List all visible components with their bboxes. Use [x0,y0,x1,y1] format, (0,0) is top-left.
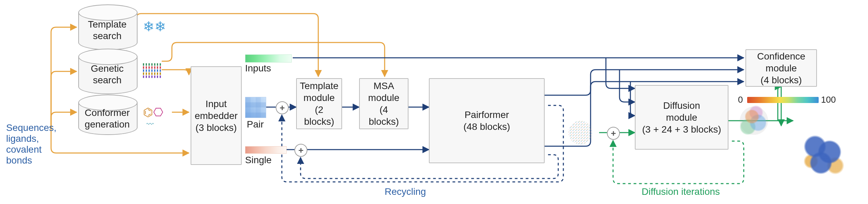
inputs-representation-label: Inputs [245,63,271,74]
ligand-molecule-icon: ⌬⎔ 〰︎ [143,105,163,132]
block-confidence-module: Confidence module (4 blocks) [745,49,817,87]
msa-alignment-icon: ▮▮▮▮▮▮▮ ▮▮▮▮▮▮▮ ▮▮▮▮▮▮▮ ▮▮▮▮▮▮▮ ▮▮▮▮▮▮▮ [142,63,162,78]
cylinder-conformer-generation-label: Conformer generation [78,107,136,130]
single-recycle-add-icon: + [294,144,307,157]
pair-representation-label: Pair [247,119,264,130]
block-template-module: Template module (2 blocks) [296,78,342,129]
predicted-structure-icon [734,100,774,141]
single-representation-label: Single [245,155,272,166]
output-protein-structure-icon [795,128,853,182]
diagram-canvas: { "input_label": "Sequences,\nligands,\n… [0,0,868,204]
diffusion-add-icon: + [607,127,620,140]
single-representation-icon [245,146,287,154]
pair-representation-icon [245,97,266,118]
block-input-embedder: Input embedder (3 blocks) [191,66,242,165]
cylinder-template-search: Template search [78,12,138,52]
cylinder-template-search-label: Template search [78,19,136,41]
cylinder-genetic-search-label: Genetic search [78,63,136,86]
inputs-representation-icon [245,54,292,63]
input-sources-label: Sequences, ligands, covalent bonds [6,122,67,166]
pair-recycle-add-icon: + [276,101,289,114]
block-msa-module: MSA module (4 blocks) [359,78,408,129]
template-structure-icon: ❄︎❄︎ [143,19,166,34]
recycling-loop-label: Recycling [385,186,426,197]
cylinder-genetic-search: Genetic search [78,56,138,96]
noise-input-icon [563,116,597,150]
block-pairformer: Pairformer (48 blocks) [429,78,545,163]
cylinder-conformer-generation: Conformer generation [78,102,138,137]
diffusion-iterations-loop-label: Diffusion iterations [642,186,720,197]
confidence-scale-max: 100 [821,95,836,105]
block-diffusion-module: Diffusion module (3 + 24 + 3 blocks) [635,85,728,150]
confidence-gradient-bar [747,97,819,103]
confidence-scale-min: 0 [738,95,743,105]
